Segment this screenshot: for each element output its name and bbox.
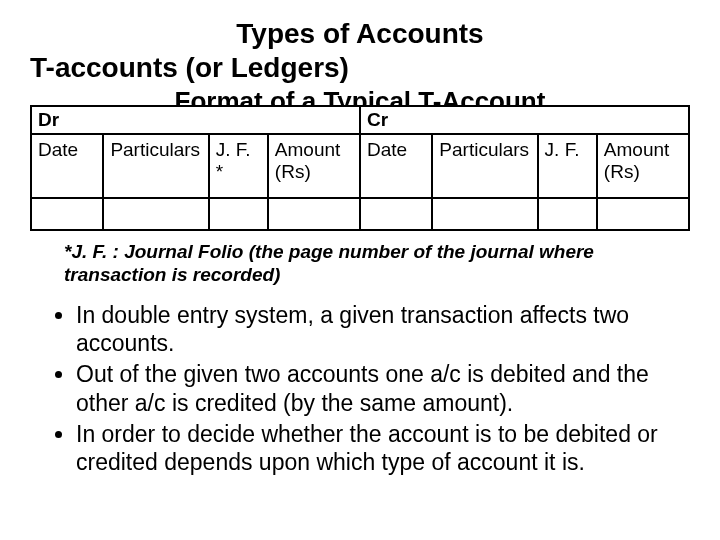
col-r-date: Date xyxy=(360,134,432,198)
page-title: Types of Accounts xyxy=(30,18,690,50)
list-item: In double entry system, a given transact… xyxy=(76,301,690,359)
col-l-particulars: Particulars xyxy=(103,134,208,198)
col-l-jf: J. F. * xyxy=(209,134,268,198)
col-r-jf: J. F. xyxy=(538,134,597,198)
cell-empty xyxy=(360,198,432,230)
cell-empty xyxy=(103,198,208,230)
cell-empty xyxy=(432,198,537,230)
col-r-particulars: Particulars xyxy=(432,134,537,198)
list-item: Out of the given two accounts one a/c is… xyxy=(76,360,690,418)
col-l-amount: Amount (Rs) xyxy=(268,134,360,198)
t-account-table: Dr Cr Date Particulars J. F. * Amount (R… xyxy=(30,105,690,231)
cell-empty xyxy=(209,198,268,230)
cell-empty xyxy=(31,198,103,230)
cell-empty xyxy=(268,198,360,230)
col-r-amount: Amount (Rs) xyxy=(597,134,689,198)
col-l-date: Date xyxy=(31,134,103,198)
page-subtitle: T-accounts (or Ledgers) xyxy=(30,52,690,84)
cell-empty xyxy=(597,198,689,230)
cell-empty xyxy=(538,198,597,230)
bullet-list: In double entry system, a given transact… xyxy=(76,301,690,478)
cr-header: Cr xyxy=(360,106,689,134)
list-item: In order to decide whether the account i… xyxy=(76,420,690,478)
dr-header: Dr xyxy=(31,106,360,134)
footnote: *J. F. : Journal Folio (the page number … xyxy=(64,241,680,287)
